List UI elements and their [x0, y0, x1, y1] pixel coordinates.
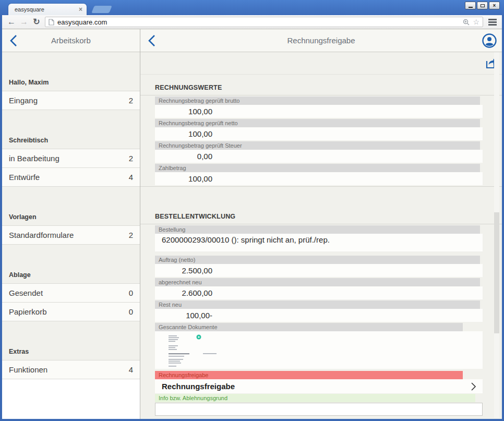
sidebar-item-label: in Bearbeitung [9, 154, 59, 163]
sidebar: Arbeitskorb Hallo, Maxim Eingang 2 Schre… [2, 29, 140, 419]
sidebar-empty-area [2, 379, 140, 419]
item-count-badge: 0 [129, 307, 133, 316]
scrollbar-track[interactable] [494, 52, 499, 418]
sidebar-section-ablage: Ablage [2, 260, 140, 283]
url-text: easysquare.com [57, 18, 463, 26]
action-toolbar [140, 52, 502, 75]
item-count-badge: 2 [129, 154, 133, 163]
field-label: Gescannte Dokumente [155, 323, 463, 331]
sidebar-title: Arbeitskorb [2, 29, 140, 52]
field-label: abgerechnet neu [155, 278, 480, 286]
sidebar-item-label: Gesendet [9, 288, 43, 297]
sidebar-item-entwuerfe[interactable]: Entwürfe 4 [2, 167, 140, 186]
maximize-button[interactable] [477, 2, 488, 9]
back-icon[interactable]: ← [5, 17, 18, 27]
field-value: 2.500,00 [155, 264, 483, 277]
user-icon [482, 33, 497, 48]
field-rest-neu: Rest neu 100,00- [155, 300, 483, 322]
sidebar-section-schreibtisch: Schreibtisch [2, 126, 140, 149]
sidebar-section-greeting: Hallo, Maxim [2, 68, 140, 91]
detail-header: Rechnungsfreigabe [140, 29, 502, 52]
field-auftrag-netto: Auftrag (netto) 2.500,00 [155, 256, 483, 277]
sidebar-section-extras: Extras [2, 337, 140, 360]
picker-value: Rechnungsfreigabe [162, 382, 235, 391]
field-label: Rest neu [155, 300, 480, 309]
browser-tab[interactable]: easysquare × [8, 4, 87, 15]
field-zahlbetrag: Zahlbetrag 100,00 [155, 164, 483, 185]
detail-panel: Rechnungsfreigabe [140, 29, 502, 419]
close-button[interactable]: × [489, 2, 500, 9]
ablehnungsgrund-input[interactable] [155, 403, 483, 416]
field-rechnungsfreigabe: Rechnungsfreigabe Rechnungsfreigabe [155, 371, 483, 393]
sidebar-item-label: Eingang [9, 96, 38, 105]
field-label: Rechnungsbetrag geprüft netto [155, 119, 480, 127]
sidebar-item-label: Papierkorb [9, 307, 47, 316]
address-bar[interactable]: easysquare.com ☆ [45, 17, 483, 27]
forward-icon[interactable]: → [18, 17, 30, 27]
field-label-error: Rechnungsfreigabe [155, 371, 463, 379]
section-title-bestellentwicklung: BESTELLENTWICKLUNG [140, 203, 502, 224]
field-value: 100,00- [155, 309, 483, 322]
field-label: Rechnungsbetrag geprüft Steuer [155, 141, 480, 150]
field-value: 2.600,00 [155, 286, 483, 299]
field-info-ablehnungsgrund: Info bzw. Ablehnungsgrund [155, 394, 483, 416]
zoom-icon[interactable] [463, 19, 470, 26]
sidebar-item-funktionen[interactable]: Funktionen 4 [2, 360, 140, 379]
tab-title: easysquare [15, 6, 79, 13]
sidebar-item-gesendet[interactable]: Gesendet 0 [2, 283, 140, 302]
field-abgerechnet-neu: abgerechnet neu 2.600,00 [155, 278, 483, 299]
field-brutto: Rechnungsbetrag geprüft brutto 100,00 [155, 97, 483, 118]
item-count-badge: 4 [129, 365, 133, 374]
field-label: Rechnungsbetrag geprüft brutto [155, 97, 480, 105]
maximize-icon [481, 4, 485, 7]
detail-title: Rechnungsfreigabe [140, 29, 502, 52]
rechnungsfreigabe-picker[interactable]: Rechnungsfreigabe [155, 379, 483, 393]
scanned-documents-area [155, 331, 483, 369]
bookmark-star-icon[interactable]: ☆ [473, 18, 479, 26]
scanned-document-thumbnail[interactable] [160, 333, 249, 367]
profile-button[interactable] [482, 33, 497, 48]
section-divider [140, 186, 502, 187]
window-frame: ← → ↻ easysquare.com ☆ [0, 15, 504, 421]
field-label: Bestellung [155, 225, 480, 234]
field-value: 100,00 [155, 127, 483, 140]
chevron-right-icon [470, 382, 476, 391]
field-label: Zahlbetrag [155, 164, 480, 172]
reload-icon[interactable]: ↻ [30, 17, 43, 27]
field-gescannte-dokumente: Gescannte Dokumente [155, 323, 483, 369]
browser-titlebar: easysquare × × [0, 0, 504, 15]
tab-close-icon[interactable]: × [79, 6, 82, 13]
easysquare-app: Arbeitskorb Hallo, Maxim Eingang 2 Schre… [2, 29, 502, 419]
item-count-badge: 0 [129, 288, 133, 297]
sidebar-item-eingang[interactable]: Eingang 2 [2, 91, 140, 110]
sidebar-section-vorlagen: Vorlagen [2, 202, 140, 225]
field-netto: Rechnungsbetrag geprüft netto 100,00 [155, 119, 483, 140]
rechnungswerte-fields: Rechnungsbetrag geprüft brutto 100,00 Re… [155, 95, 483, 185]
field-label-info: Info bzw. Ablehnungsgrund [155, 394, 475, 402]
browser-window: easysquare × × ← → ↻ easysquare.com ☆ [0, 0, 504, 421]
sidebar-item-label: Funktionen [9, 365, 47, 374]
minimize-icon [469, 7, 473, 8]
browser-menu-icon[interactable] [488, 19, 497, 25]
sidebar-item-standardformulare[interactable]: Standardformulare 2 [2, 225, 140, 244]
item-count-badge: 4 [129, 173, 133, 182]
bestellentwicklung-fields: Bestellung 6200000293/00010 (): springt … [155, 224, 483, 416]
field-value: 6200000293/00010 (): springt nicht an, p… [155, 234, 483, 251]
field-value: 0,00 [155, 150, 483, 163]
field-label: Auftrag (netto) [155, 256, 480, 264]
page-icon [49, 19, 54, 26]
sidebar-item-in-bearbeitung[interactable]: in Bearbeitung 2 [2, 149, 140, 167]
section-title-rechnungswerte: RECHNUNGSWERTE [140, 75, 502, 95]
sidebar-item-label: Entwürfe [9, 173, 40, 182]
field-value: 100,00 [155, 172, 483, 185]
field-value: 100,00 [155, 105, 483, 118]
field-steuer: Rechnungsbetrag geprüft Steuer 0,00 [155, 141, 483, 163]
new-tab-button[interactable] [91, 6, 112, 13]
window-controls: × [465, 2, 500, 9]
sidebar-header: Arbeitskorb [2, 29, 140, 52]
minimize-button[interactable] [465, 2, 476, 9]
item-count-badge: 2 [129, 96, 133, 105]
sidebar-item-papierkorb[interactable]: Papierkorb 0 [2, 302, 140, 321]
browser-toolbar: ← → ↻ easysquare.com ☆ [2, 15, 502, 29]
scrollbar-thumb[interactable] [494, 212, 499, 333]
